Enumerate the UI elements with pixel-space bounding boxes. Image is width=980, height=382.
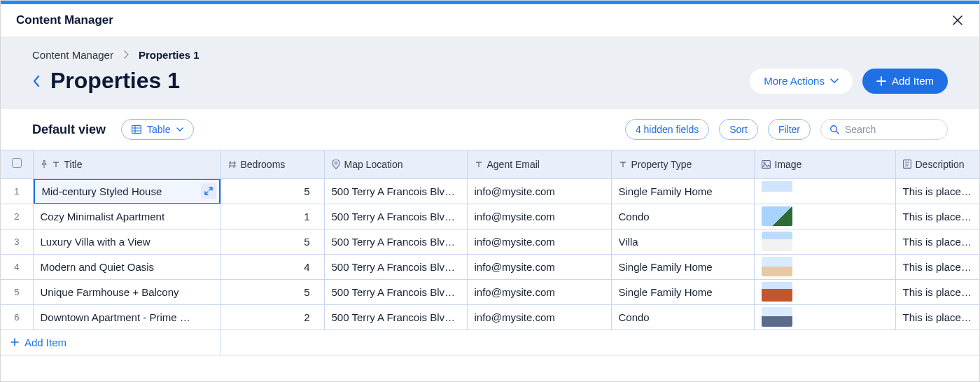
table-row[interactable]: 3Luxury Villa with a View5500 Terry A Fr… — [1, 229, 979, 254]
footer-spacer — [220, 330, 979, 355]
row-index[interactable]: 2 — [1, 204, 33, 229]
table-row[interactable]: 5Unique Farmhouse + Balcony5500 Terry A … — [1, 279, 979, 304]
cell-image[interactable] — [754, 229, 895, 254]
select-all-header[interactable] — [1, 150, 33, 178]
cell-email[interactable]: info@mysite.com — [467, 279, 611, 304]
view-name: Default view — [32, 122, 106, 137]
column-header-description[interactable]: Description — [895, 150, 979, 178]
image-thumbnail[interactable] — [762, 181, 792, 201]
cell-image[interactable] — [754, 279, 895, 304]
cell-image[interactable] — [754, 254, 895, 279]
cell-title[interactable]: Luxury Villa with a View — [33, 229, 220, 254]
cell-email[interactable]: info@mysite.com — [467, 229, 611, 254]
cell-image[interactable] — [754, 204, 895, 229]
cell-description[interactable]: This is placeholde — [895, 254, 979, 279]
add-item-button[interactable]: Add Item — [862, 69, 948, 94]
column-header-title[interactable]: Title — [33, 150, 220, 178]
search-input-wrap[interactable] — [820, 119, 948, 140]
cell-bedrooms[interactable]: 1 — [220, 204, 324, 229]
cell-property-type[interactable]: Single Family Home — [611, 279, 754, 304]
more-actions-label: More Actions — [764, 75, 825, 87]
expand-cell-icon[interactable] — [201, 183, 216, 199]
location-type-icon — [332, 160, 340, 169]
close-icon[interactable] — [951, 14, 964, 27]
cell-title[interactable]: Modern and Quiet Oasis — [33, 254, 220, 279]
hidden-fields-label: 4 hidden fields — [636, 124, 699, 135]
cell-bedrooms[interactable]: 5 — [220, 178, 324, 204]
cell-email[interactable]: info@mysite.com — [467, 304, 611, 330]
image-thumbnail[interactable] — [762, 307, 792, 327]
row-index[interactable]: 4 — [1, 254, 33, 279]
cell-bedrooms[interactable]: 2 — [220, 304, 324, 330]
page-title: Properties 1 — [50, 68, 180, 94]
app-title: Content Manager — [16, 13, 113, 27]
column-header-bedrooms[interactable]: Bedrooms — [220, 150, 324, 178]
filter-button[interactable]: Filter — [768, 119, 811, 140]
row-index[interactable]: 6 — [1, 304, 33, 330]
cell-bedrooms[interactable]: 4 — [220, 254, 324, 279]
richtext-type-icon — [903, 160, 911, 169]
cell-property-type[interactable]: Single Family Home — [611, 178, 754, 204]
cell-location[interactable]: 500 Terry A Francois Blvd,… — [324, 304, 467, 330]
cell-location[interactable]: 500 Terry A Francois Blvd,… — [324, 254, 467, 279]
cell-title[interactable]: Cozy Minimalist Apartment — [33, 204, 220, 229]
column-header-email[interactable]: Agent Email — [467, 150, 611, 178]
checkbox-icon[interactable] — [12, 158, 22, 168]
plus-icon — [10, 338, 19, 346]
row-index[interactable]: 3 — [1, 229, 33, 254]
table-row[interactable]: 2Cozy Minimalist Apartment1500 Terry A F… — [1, 204, 979, 229]
row-index[interactable]: 1 — [1, 178, 33, 204]
cell-title[interactable]: Downtown Apartment - Prime … — [33, 304, 220, 330]
cell-bedrooms[interactable]: 5 — [220, 279, 324, 304]
cell-description[interactable]: This is placeholde — [895, 229, 979, 254]
cell-email[interactable]: info@mysite.com — [467, 178, 611, 204]
cell-title[interactable]: Mid-century Styled House — [33, 178, 220, 204]
cell-property-type[interactable]: Condo — [611, 304, 754, 330]
search-input[interactable] — [845, 124, 967, 135]
column-header-ptype[interactable]: Property Type — [611, 150, 754, 178]
table-row[interactable]: 1Mid-century Styled House5500 Terry A Fr… — [1, 178, 979, 204]
cell-location[interactable]: 500 Terry A Francois Blvd,… — [324, 204, 467, 229]
cell-property-type[interactable]: Condo — [611, 204, 754, 229]
row-index[interactable]: 5 — [1, 279, 33, 304]
layout-select[interactable]: Table — [121, 119, 193, 140]
image-thumbnail[interactable] — [762, 232, 792, 251]
table-row[interactable]: 6Downtown Apartment - Prime …2500 Terry … — [1, 304, 979, 330]
back-arrow-icon[interactable] — [32, 75, 41, 87]
cell-image[interactable] — [754, 304, 895, 330]
cell-email[interactable]: info@mysite.com — [467, 204, 611, 229]
cell-location[interactable]: 500 Terry A Francois Blvd,… — [324, 279, 467, 304]
breadcrumb-root[interactable]: Content Manager — [32, 49, 113, 61]
hidden-fields-button[interactable]: 4 hidden fields — [625, 119, 709, 140]
table-header-row: Title Bedrooms Map Location — [1, 150, 979, 178]
svg-rect-3 — [762, 160, 770, 168]
cell-description[interactable]: This is placeholde — [895, 178, 979, 204]
sort-label: Sort — [729, 124, 748, 135]
column-header-location[interactable]: Map Location — [324, 150, 467, 178]
cell-description[interactable]: This is placeholde — [895, 279, 979, 304]
breadcrumb-current: Properties 1 — [139, 49, 200, 61]
table-row[interactable]: 4Modern and Quiet Oasis4500 Terry A Fran… — [1, 254, 979, 279]
cell-description[interactable]: This is placeholde — [895, 204, 979, 229]
cell-title[interactable]: Unique Farmhouse + Balcony — [33, 279, 220, 304]
cell-property-type[interactable]: Villa — [611, 229, 754, 254]
image-thumbnail[interactable] — [762, 257, 792, 276]
image-thumbnail[interactable] — [762, 282, 792, 302]
text-type-icon — [52, 160, 60, 169]
cell-description[interactable]: This is placeholde — [895, 304, 979, 330]
breadcrumb: Content Manager Properties 1 — [32, 49, 948, 61]
more-actions-button[interactable]: More Actions — [750, 69, 853, 94]
add-row-button[interactable]: Add Item — [1, 330, 220, 355]
column-header-image[interactable]: Image — [754, 150, 895, 178]
image-thumbnail[interactable] — [762, 206, 792, 226]
chevron-down-icon — [176, 127, 183, 132]
svg-point-2 — [335, 162, 337, 164]
cell-property-type[interactable]: Single Family Home — [611, 254, 754, 279]
cell-location[interactable]: 500 Terry A Francois Blvd,… — [324, 178, 467, 204]
cell-location[interactable]: 500 Terry A Francois Blvd,… — [324, 229, 467, 254]
cell-bedrooms[interactable]: 5 — [220, 229, 324, 254]
number-type-icon — [228, 160, 237, 169]
cell-image[interactable] — [754, 178, 895, 204]
cell-email[interactable]: info@mysite.com — [467, 254, 611, 279]
sort-button[interactable]: Sort — [719, 119, 758, 140]
